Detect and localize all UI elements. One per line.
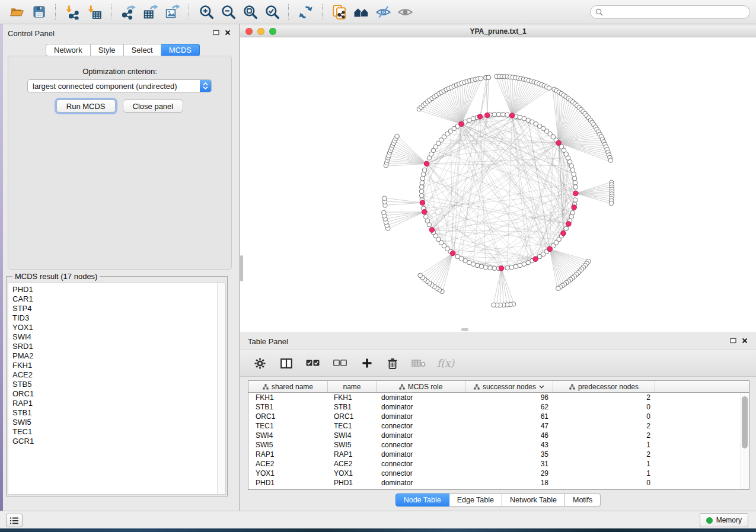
network-node[interactable] (420, 181, 425, 185)
show-column-panel-icon[interactable] (280, 358, 292, 368)
network-titlebar[interactable]: YPA_prune.txt_1 (240, 26, 756, 37)
table-row[interactable]: SWI4SWI4dominator462 (248, 431, 749, 440)
tab-style[interactable]: Style (91, 44, 124, 56)
cell-shared-name[interactable]: TEC1 (248, 422, 328, 430)
network-vscroll-thumb[interactable] (240, 255, 243, 281)
select-all-columns-icon[interactable] (306, 360, 320, 367)
network-node[interactable] (488, 265, 493, 270)
network-node[interactable] (569, 164, 574, 168)
cell-name[interactable]: RAP1 (328, 450, 377, 459)
table-scrollbar[interactable] (741, 393, 749, 489)
network-node[interactable] (492, 266, 497, 271)
close-panel-button[interactable]: Close panel (123, 100, 184, 113)
create-column-plus-icon[interactable] (362, 358, 372, 368)
mcds-hub-node[interactable] (499, 266, 504, 271)
network-node[interactable] (382, 196, 387, 201)
mcds-hub-node[interactable] (573, 191, 579, 196)
search-box[interactable] (590, 5, 750, 19)
table-row[interactable]: ORC1ORC1dominator610 (248, 412, 749, 421)
cell-shared-name[interactable]: RAP1 (248, 450, 328, 459)
table-row[interactable]: FKH1FKH1dominator962 (248, 393, 749, 402)
maximize-window-icon[interactable] (269, 28, 276, 35)
network-node[interactable] (547, 86, 551, 91)
float-panel-icon[interactable] (730, 338, 736, 344)
cell-shared-name[interactable]: PHD1 (248, 479, 328, 487)
network-node[interactable] (420, 176, 425, 181)
export-network-icon[interactable] (120, 4, 136, 20)
cell-shared-name[interactable]: SWI5 (248, 441, 328, 449)
cell-predecessor-nodes[interactable]: 2 (553, 450, 655, 459)
network-node[interactable] (573, 185, 578, 190)
tab-network[interactable]: Network (46, 44, 91, 56)
table-scrollbar-thumb[interactable] (742, 396, 748, 448)
column-header-shared-name[interactable]: shared name (248, 381, 328, 392)
network-node[interactable] (496, 112, 501, 117)
mcds-list-scrollbar[interactable] (217, 283, 225, 494)
mcds-hub-node[interactable] (572, 205, 577, 210)
network-node[interactable] (518, 263, 522, 268)
cell-predecessor-nodes[interactable]: 2 (553, 393, 655, 402)
network-node[interactable] (422, 168, 427, 172)
network-node[interactable] (492, 112, 497, 117)
table-row[interactable]: TEC1TEC1connector472 (248, 421, 749, 431)
close-window-icon[interactable] (245, 28, 253, 35)
cell-mcds-role[interactable]: connector (377, 422, 465, 430)
cell-successor-nodes[interactable]: 35 (465, 450, 553, 459)
close-panel-icon[interactable] (225, 30, 231, 36)
open-session-icon[interactable] (9, 4, 25, 20)
cell-successor-nodes[interactable]: 29 (465, 469, 553, 477)
cell-successor-nodes[interactable]: 46 (465, 431, 553, 440)
ndex-browse-icon[interactable] (353, 4, 369, 20)
mcds-hub-node[interactable] (422, 209, 427, 214)
mcds-hub-node[interactable] (561, 231, 566, 236)
tab-motifs[interactable]: Motifs (565, 493, 601, 507)
cell-mcds-role[interactable]: dominator (377, 450, 465, 459)
network-node[interactable] (572, 172, 576, 177)
cell-shared-name[interactable]: STB1 (248, 403, 328, 411)
cell-successor-nodes[interactable]: 62 (465, 403, 553, 411)
cell-shared-name[interactable]: YOX1 (248, 469, 328, 477)
network-node[interactable] (500, 112, 505, 117)
tab-node-table[interactable]: Node Table (395, 493, 449, 507)
table-settings-gear-icon[interactable] (254, 358, 266, 369)
task-history-button[interactable] (6, 514, 23, 527)
hide-graphics-icon[interactable] (375, 4, 391, 20)
cell-name[interactable]: SWI5 (328, 441, 377, 449)
network-node[interactable] (419, 189, 424, 194)
search-input[interactable] (607, 7, 745, 17)
cell-mcds-role[interactable]: dominator (377, 412, 465, 421)
delete-column-trash-icon[interactable] (387, 358, 398, 369)
table-row[interactable]: PHD1PHD1dominator180 (248, 478, 749, 488)
zoom-selected-icon[interactable] (264, 4, 280, 20)
network-node[interactable] (573, 198, 578, 203)
network-node[interactable] (573, 181, 578, 185)
run-mcds-button[interactable]: Run MCDS (56, 100, 116, 113)
network-node[interactable] (492, 303, 496, 307)
column-header-MCDS-role[interactable]: MCDS role (377, 381, 465, 392)
zoom-out-icon[interactable] (220, 4, 236, 20)
table-row[interactable]: ACE2ACE2connector311 (248, 459, 749, 469)
zoom-in-icon[interactable] (198, 4, 214, 20)
refresh-icon[interactable] (298, 4, 314, 20)
cell-name[interactable]: FKH1 (328, 393, 377, 402)
mcds-hub-node[interactable] (556, 140, 562, 146)
cell-mcds-role[interactable]: connector (377, 469, 465, 477)
cell-predecessor-nodes[interactable]: 2 (553, 431, 655, 440)
cell-successor-nodes[interactable]: 18 (465, 479, 553, 487)
network-node[interactable] (522, 262, 527, 267)
network-node[interactable] (471, 116, 476, 121)
save-session-icon[interactable] (31, 4, 47, 20)
cell-successor-nodes[interactable]: 96 (465, 393, 553, 402)
mcds-hub-node[interactable] (424, 161, 429, 166)
network-node[interactable] (395, 134, 400, 139)
cell-name[interactable]: PHD1 (328, 479, 377, 487)
column-header-successor-nodes[interactable]: successor nodes (465, 381, 553, 392)
network-node[interactable] (483, 265, 488, 270)
cell-successor-nodes[interactable]: 43 (465, 441, 553, 449)
network-node[interactable] (418, 273, 423, 278)
tab-select[interactable]: Select (124, 44, 161, 56)
cell-mcds-role[interactable]: dominator (377, 403, 465, 411)
export-image-icon[interactable] (164, 4, 180, 20)
network-node[interactable] (479, 264, 484, 269)
memory-button[interactable]: Memory (700, 513, 748, 527)
